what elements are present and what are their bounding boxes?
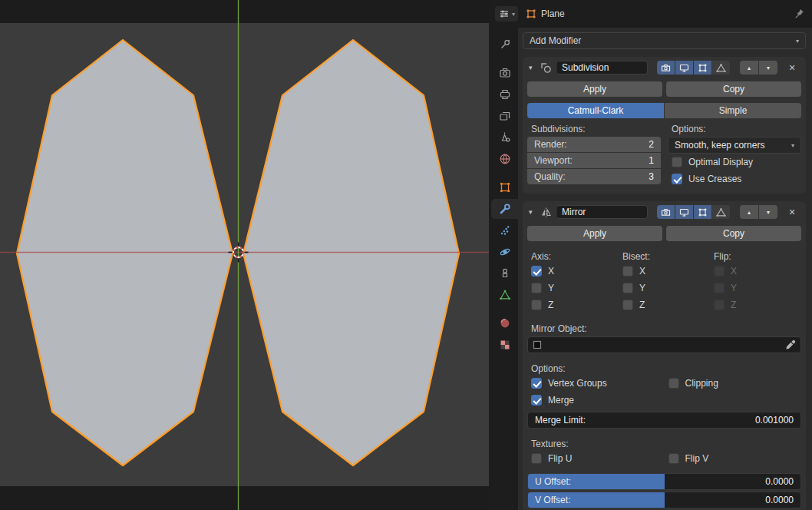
particles-icon [499,224,511,237]
uv-smooth-dropdown[interactable]: Smooth, keep corners ▾ [668,137,801,154]
tab-texture[interactable] [491,335,518,355]
eyedropper-icon[interactable] [785,339,796,350]
optimal-display-checkbox[interactable]: Optimal Display [668,154,801,171]
flip-column: Flip: X Y Z [710,250,801,313]
checkbox [714,266,725,277]
tab-scene[interactable] [491,128,518,147]
move-down-button[interactable]: ▾ [759,61,777,75]
modifier-name-input[interactable]: Subdivision [556,61,648,75]
toggle-realtime-icon[interactable] [675,205,693,219]
checkbox[interactable] [672,174,682,184]
quality-field[interactable]: Quality: 3 [527,169,661,184]
use-creases-checkbox[interactable]: Use Creases [668,171,801,187]
u-offset-slider[interactable]: U Offset: 0.0000 [527,473,801,490]
subdivisions-label: Subdivisions: [527,123,661,135]
checkbox [714,283,725,293]
material-icon [499,317,511,330]
tab-modifiers[interactable] [491,199,518,219]
tab-constraints[interactable] [491,263,518,283]
checkbox[interactable] [531,395,542,406]
bisect-z-checkbox[interactable]: Z [619,296,710,313]
pin-icon[interactable] [794,8,804,19]
axis-y-checkbox[interactable]: Y [527,280,619,296]
checkbox[interactable] [668,453,679,464]
tab-output[interactable] [491,84,518,104]
editor-type-button[interactable]: ▾ [495,6,518,22]
expand-arrow-icon[interactable]: ▾ [529,208,536,216]
move-up-button[interactable]: ▴ [740,61,758,75]
checkbox[interactable] [531,453,542,464]
apply-button[interactable]: Apply [527,81,662,97]
checkbox[interactable] [622,283,633,293]
3d-viewport[interactable] [0,0,489,510]
checkbox[interactable] [531,300,542,310]
toggle-on-cage-icon[interactable] [712,205,730,219]
properties-editor-icon [498,8,510,20]
catmull-clark-button[interactable]: Catmull-Clark [527,103,664,118]
modifier-reorder-buttons: ▴ ▾ [740,61,777,75]
checkbox[interactable] [531,283,542,293]
toggle-realtime-icon[interactable] [675,61,693,75]
bisect-y-checkbox[interactable]: Y [619,280,710,296]
checkbox[interactable] [622,300,633,310]
merge-limit-slider[interactable]: Merge Limit: 0.001000 [527,412,801,429]
bisect-x-checkbox[interactable]: X [619,263,710,280]
toggle-render-icon[interactable] [657,61,675,75]
checkbox[interactable] [531,378,542,389]
checkbox[interactable] [672,157,682,167]
constraints-icon [499,267,511,280]
toggle-render-icon[interactable] [657,205,675,219]
tab-object-data[interactable] [491,285,518,305]
v-offset-slider[interactable]: V Offset: 0.0000 [527,492,801,508]
tab-physics[interactable] [491,242,518,262]
flip-z-checkbox: Z [710,296,801,313]
viewport-subdivisions-field[interactable]: Viewport: 1 [527,153,661,168]
copy-button[interactable]: Copy [666,226,801,241]
axis-z-checkbox[interactable]: Z [527,296,619,313]
flip-v-checkbox[interactable]: Flip V [665,450,802,467]
move-down-button[interactable]: ▾ [759,205,777,219]
mirror-panel-header: ▾ Mirror [527,203,801,221]
tab-render[interactable] [491,63,518,83]
tab-material[interactable] [491,313,518,333]
add-modifier-label: Add Modifier [530,35,581,46]
close-icon[interactable]: × [787,62,797,73]
mirror-object-label: Mirror Object: [527,323,801,335]
render-icon [499,67,511,79]
mirror-display-toggles [657,205,730,219]
move-up-button[interactable]: ▴ [740,205,758,219]
vertex-groups-checkbox[interactable]: Vertex Groups [527,375,665,392]
physics-icon [499,246,511,258]
tab-world[interactable] [491,149,518,169]
properties-editor: ▾ Plane [489,0,812,510]
toggle-editmode-icon[interactable] [694,61,711,75]
tab-particles[interactable] [491,220,518,240]
mirror-object-field[interactable] [527,336,801,353]
tab-view-layer[interactable] [491,106,518,126]
apply-button[interactable]: Apply [527,226,662,241]
render-subdivisions-field[interactable]: Render: 2 [527,137,661,152]
toggle-on-cage-icon[interactable] [712,61,730,75]
flip-u-checkbox[interactable]: Flip U [527,450,665,467]
checkbox[interactable] [668,378,679,389]
checkbox[interactable] [531,266,542,277]
tab-tool[interactable] [491,35,518,55]
add-modifier-button[interactable]: Add Modifier ▾ [523,32,806,49]
expand-arrow-icon[interactable]: ▾ [529,64,536,71]
toggle-editmode-icon[interactable] [694,205,711,219]
modifier-name-input[interactable]: Mirror [556,205,648,219]
checkbox[interactable] [622,266,633,277]
clipping-checkbox[interactable]: Clipping [665,375,802,392]
blender-window: ▾ Plane [0,0,812,510]
tab-object[interactable] [491,177,518,197]
axis-x-checkbox[interactable]: X [527,263,619,280]
breadcrumb-object-name[interactable]: Plane [541,8,565,19]
subdivision-panel-header: ▾ Subdivision [527,58,801,77]
axis-label: Axis: [527,250,619,263]
copy-button[interactable]: Copy [666,81,801,97]
merge-checkbox[interactable]: Merge [527,392,801,409]
checkbox [714,300,725,310]
viewport-canvas [0,0,489,510]
close-icon[interactable]: × [787,207,797,217]
simple-button[interactable]: Simple [665,103,801,118]
